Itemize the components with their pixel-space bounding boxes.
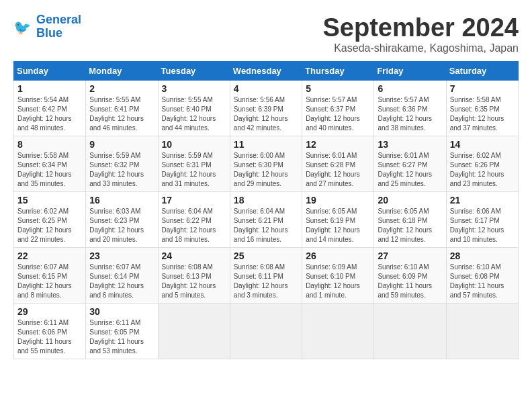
- day-number: 28: [450, 250, 515, 261]
- day-info: Sunrise: 6:07 AMSunset: 6:14 PMDaylight:…: [89, 263, 144, 299]
- day-info: Sunrise: 6:10 AMSunset: 6:09 PMDaylight:…: [378, 263, 432, 299]
- logo-text: General Blue: [36, 13, 81, 40]
- day-info: Sunrise: 6:04 AMSunset: 6:22 PMDaylight:…: [162, 208, 216, 243]
- day-number: 13: [378, 139, 442, 150]
- day-info: Sunrise: 6:10 AMSunset: 6:08 PMDaylight:…: [450, 263, 504, 299]
- calendar-week-5: 29 Sunrise: 6:11 AMSunset: 6:06 PMDaylig…: [14, 304, 519, 359]
- calendar-cell: 21 Sunrise: 6:06 AMSunset: 6:17 PMDaylig…: [446, 192, 518, 248]
- day-number: 16: [89, 195, 154, 205]
- calendar-week-2: 8 Sunrise: 5:58 AMSunset: 6:34 PMDayligh…: [14, 136, 519, 192]
- calendar-cell: [230, 304, 302, 359]
- day-info: Sunrise: 6:02 AMSunset: 6:25 PMDaylight:…: [17, 208, 72, 243]
- day-number: 7: [450, 83, 515, 94]
- day-number: 22: [17, 250, 82, 261]
- calendar-cell: 4 Sunrise: 5:56 AMSunset: 6:39 PMDayligh…: [230, 81, 302, 136]
- day-number: 9: [89, 139, 154, 150]
- calendar-cell: 13 Sunrise: 6:01 AMSunset: 6:27 PMDaylig…: [374, 136, 446, 192]
- day-number: 27: [378, 250, 442, 261]
- day-number: 4: [234, 83, 298, 94]
- calendar-cell: 5 Sunrise: 5:57 AMSunset: 6:37 PMDayligh…: [302, 81, 374, 136]
- calendar-cell: 19 Sunrise: 6:05 AMSunset: 6:19 PMDaylig…: [302, 192, 374, 248]
- calendar-cell: 17 Sunrise: 6:04 AMSunset: 6:22 PMDaylig…: [158, 192, 230, 248]
- day-info: Sunrise: 6:00 AMSunset: 6:30 PMDaylight:…: [234, 152, 288, 187]
- column-header-monday: Monday: [86, 62, 158, 81]
- day-info: Sunrise: 5:57 AMSunset: 6:36 PMDaylight:…: [378, 96, 432, 132]
- day-info: Sunrise: 6:06 AMSunset: 6:17 PMDaylight:…: [450, 208, 504, 243]
- day-number: 15: [17, 195, 82, 205]
- day-number: 8: [17, 139, 82, 150]
- day-number: 2: [89, 83, 154, 94]
- calendar-table: SundayMondayTuesdayWednesdayThursdayFrid…: [13, 61, 519, 359]
- day-number: 6: [378, 83, 442, 94]
- day-number: 1: [17, 83, 82, 94]
- day-info: Sunrise: 5:58 AMSunset: 6:34 PMDaylight:…: [17, 152, 72, 187]
- calendar-cell: 7 Sunrise: 5:58 AMSunset: 6:35 PMDayligh…: [446, 81, 518, 136]
- month-title: September 2024: [323, 13, 519, 42]
- calendar-cell: 11 Sunrise: 6:00 AMSunset: 6:30 PMDaylig…: [230, 136, 302, 192]
- day-info: Sunrise: 5:55 AMSunset: 6:40 PMDaylight:…: [162, 96, 216, 132]
- calendar-cell: 2 Sunrise: 5:55 AMSunset: 6:41 PMDayligh…: [86, 81, 158, 136]
- calendar-cell: 28 Sunrise: 6:10 AMSunset: 6:08 PMDaylig…: [446, 248, 518, 304]
- day-number: 23: [89, 250, 154, 261]
- page-header: 🐦 General Blue September 2024 Kaseda-shi…: [13, 13, 519, 54]
- day-info: Sunrise: 6:04 AMSunset: 6:21 PMDaylight:…: [234, 208, 288, 243]
- day-info: Sunrise: 6:05 AMSunset: 6:18 PMDaylight:…: [378, 208, 432, 243]
- column-header-saturday: Saturday: [446, 62, 518, 81]
- day-number: 20: [378, 195, 442, 205]
- calendar-cell: 3 Sunrise: 5:55 AMSunset: 6:40 PMDayligh…: [158, 81, 230, 136]
- calendar-cell: [158, 304, 230, 359]
- calendar-cell: 23 Sunrise: 6:07 AMSunset: 6:14 PMDaylig…: [86, 248, 158, 304]
- day-info: Sunrise: 6:05 AMSunset: 6:19 PMDaylight:…: [306, 208, 360, 243]
- day-info: Sunrise: 6:09 AMSunset: 6:10 PMDaylight:…: [306, 263, 360, 299]
- day-info: Sunrise: 6:08 AMSunset: 6:11 PMDaylight:…: [234, 263, 288, 299]
- day-info: Sunrise: 5:58 AMSunset: 6:35 PMDaylight:…: [450, 96, 504, 132]
- day-info: Sunrise: 6:03 AMSunset: 6:23 PMDaylight:…: [89, 208, 144, 243]
- calendar-cell: 14 Sunrise: 6:02 AMSunset: 6:26 PMDaylig…: [446, 136, 518, 192]
- day-info: Sunrise: 5:56 AMSunset: 6:39 PMDaylight:…: [234, 96, 288, 132]
- calendar-cell: 26 Sunrise: 6:09 AMSunset: 6:10 PMDaylig…: [302, 248, 374, 304]
- day-number: 14: [450, 139, 515, 150]
- day-number: 18: [234, 195, 298, 205]
- calendar-cell: 29 Sunrise: 6:11 AMSunset: 6:06 PMDaylig…: [14, 304, 86, 359]
- calendar-cell: [374, 304, 446, 359]
- day-info: Sunrise: 6:01 AMSunset: 6:28 PMDaylight:…: [306, 152, 360, 187]
- day-number: 29: [17, 306, 82, 317]
- day-info: Sunrise: 6:02 AMSunset: 6:26 PMDaylight:…: [450, 152, 504, 187]
- day-number: 21: [450, 195, 515, 205]
- day-number: 25: [234, 250, 298, 261]
- day-info: Sunrise: 6:07 AMSunset: 6:15 PMDaylight:…: [17, 263, 72, 299]
- calendar-cell: 20 Sunrise: 6:05 AMSunset: 6:18 PMDaylig…: [374, 192, 446, 248]
- calendar-cell: 25 Sunrise: 6:08 AMSunset: 6:11 PMDaylig…: [230, 248, 302, 304]
- calendar-cell: [302, 304, 374, 359]
- column-header-wednesday: Wednesday: [230, 62, 302, 81]
- day-info: Sunrise: 5:55 AMSunset: 6:41 PMDaylight:…: [89, 96, 144, 132]
- logo-line2: Blue: [36, 26, 62, 40]
- calendar-cell: 24 Sunrise: 6:08 AMSunset: 6:13 PMDaylig…: [158, 248, 230, 304]
- calendar-cell: 30 Sunrise: 6:11 AMSunset: 6:05 PMDaylig…: [86, 304, 158, 359]
- logo-icon: 🐦: [13, 17, 34, 37]
- svg-text:🐦: 🐦: [13, 18, 32, 36]
- day-number: 19: [306, 195, 370, 205]
- day-number: 30: [89, 306, 154, 317]
- column-header-tuesday: Tuesday: [158, 62, 230, 81]
- day-info: Sunrise: 6:01 AMSunset: 6:27 PMDaylight:…: [378, 152, 432, 187]
- calendar-cell: 22 Sunrise: 6:07 AMSunset: 6:15 PMDaylig…: [14, 248, 86, 304]
- column-header-friday: Friday: [374, 62, 446, 81]
- day-info: Sunrise: 5:54 AMSunset: 6:42 PMDaylight:…: [17, 96, 72, 132]
- calendar-week-3: 15 Sunrise: 6:02 AMSunset: 6:25 PMDaylig…: [14, 192, 519, 248]
- location-title: Kaseda-shirakame, Kagoshima, Japan: [323, 42, 519, 54]
- calendar-cell: 27 Sunrise: 6:10 AMSunset: 6:09 PMDaylig…: [374, 248, 446, 304]
- day-number: 11: [234, 139, 298, 150]
- logo-line1: General: [36, 13, 81, 26]
- calendar-cell: 10 Sunrise: 5:59 AMSunset: 6:31 PMDaylig…: [158, 136, 230, 192]
- column-header-thursday: Thursday: [302, 62, 374, 81]
- day-info: Sunrise: 5:57 AMSunset: 6:37 PMDaylight:…: [306, 96, 360, 132]
- calendar-cell: 12 Sunrise: 6:01 AMSunset: 6:28 PMDaylig…: [302, 136, 374, 192]
- calendar-week-1: 1 Sunrise: 5:54 AMSunset: 6:42 PMDayligh…: [14, 81, 519, 136]
- calendar-cell: 16 Sunrise: 6:03 AMSunset: 6:23 PMDaylig…: [86, 192, 158, 248]
- day-number: 12: [306, 139, 370, 150]
- day-info: Sunrise: 5:59 AMSunset: 6:32 PMDaylight:…: [89, 152, 144, 187]
- day-info: Sunrise: 6:11 AMSunset: 6:06 PMDaylight:…: [17, 319, 72, 355]
- title-block: September 2024 Kaseda-shirakame, Kagoshi…: [323, 13, 519, 54]
- day-info: Sunrise: 6:08 AMSunset: 6:13 PMDaylight:…: [162, 263, 216, 299]
